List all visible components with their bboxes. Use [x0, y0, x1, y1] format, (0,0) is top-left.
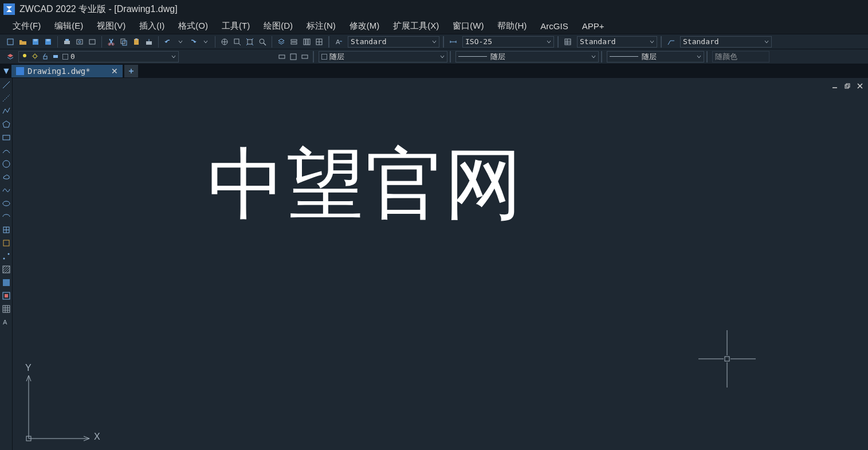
match-icon[interactable]	[143, 36, 155, 48]
svg-point-29	[23, 54, 26, 57]
layers-icon[interactable]	[276, 36, 287, 48]
table-style-dropdown[interactable]: Standard	[577, 36, 657, 48]
save-icon[interactable]	[30, 36, 41, 48]
zoom-extents-icon[interactable]	[244, 36, 256, 48]
zoom-icon[interactable]	[231, 36, 243, 48]
chevron-down-icon	[761, 40, 769, 44]
cut-icon[interactable]	[105, 36, 117, 48]
layer-iso-icon[interactable]	[276, 51, 288, 62]
mtext-icon[interactable]: A	[1, 316, 12, 328]
ellipse-icon[interactable]	[1, 198, 12, 209]
make-block-icon[interactable]	[1, 237, 12, 249]
svg-point-30	[33, 54, 37, 58]
menu-window[interactable]: 窗口(W)	[446, 19, 490, 33]
line-icon[interactable]	[1, 79, 12, 91]
gradient-icon[interactable]	[1, 277, 12, 288]
tab-add-button[interactable]	[124, 65, 138, 77]
arc-icon[interactable]	[1, 145, 12, 156]
svg-rect-9	[89, 40, 95, 44]
svg-rect-36	[3, 135, 10, 140]
layer-dropdown[interactable]: 0	[18, 51, 179, 62]
revcloud-icon[interactable]	[1, 171, 12, 183]
text-style-icon[interactable]: A	[333, 36, 344, 48]
color-swatch	[321, 54, 327, 60]
table-style-icon[interactable]	[562, 36, 574, 48]
menu-edit[interactable]: 编辑(E)	[48, 19, 90, 33]
rectangle-icon[interactable]	[1, 132, 12, 143]
spline-icon[interactable]	[1, 185, 12, 196]
circle-icon[interactable]	[1, 158, 12, 170]
mleader-style-value: Standard	[683, 37, 719, 46]
text-style-dropdown[interactable]: Standard	[348, 36, 439, 48]
svg-point-41	[3, 258, 5, 260]
zoom-window-icon[interactable]	[257, 36, 268, 48]
print-icon[interactable]	[61, 36, 73, 48]
svg-rect-47	[3, 306, 10, 312]
layer-name: 0	[70, 52, 75, 61]
layers3-icon[interactable]	[301, 36, 312, 48]
menu-modify[interactable]: 修改(M)	[343, 19, 387, 33]
menu-format[interactable]: 格式(O)	[171, 19, 215, 33]
plotstyle-dropdown[interactable]: 随颜色	[712, 51, 769, 62]
menu-help[interactable]: 帮助(H)	[490, 19, 533, 33]
x-axis-label: X	[94, 432, 100, 442]
restore-icon[interactable]	[844, 83, 851, 89]
svg-point-42	[8, 253, 10, 255]
saveas-icon[interactable]	[42, 36, 54, 48]
publish-icon[interactable]	[87, 36, 98, 48]
paste-icon[interactable]	[131, 36, 142, 48]
linetype-dropdown[interactable]: 随层	[455, 51, 599, 62]
minimize-icon[interactable]	[831, 83, 838, 89]
menu-tools[interactable]: 工具(T)	[215, 19, 257, 33]
document-tab[interactable]: Drawing1.dwg* ✕	[11, 65, 123, 77]
close-icon[interactable]	[857, 83, 863, 89]
svg-point-8	[78, 41, 81, 43]
color-dropdown[interactable]: 随层	[319, 51, 447, 62]
layers2-icon[interactable]	[288, 36, 300, 48]
redo-icon[interactable]	[187, 36, 199, 48]
undo-dropdown-icon[interactable]	[175, 36, 186, 48]
layer-manager-icon[interactable]	[5, 51, 16, 62]
lightbulb-icon	[21, 53, 29, 61]
menu-app[interactable]: APP+	[575, 19, 611, 33]
drawing-canvas[interactable]: 中望官网 Y X	[13, 78, 868, 450]
dim-style-dropdown[interactable]: ISO-25	[462, 36, 554, 48]
menu-draw[interactable]: 绘图(D)	[257, 19, 300, 33]
mleader-style-icon[interactable]	[665, 36, 677, 48]
region-icon[interactable]	[1, 290, 12, 302]
dim-style-icon[interactable]	[447, 36, 459, 48]
menu-extend[interactable]: 扩展工具(X)	[386, 19, 446, 33]
ellipse-arc-icon[interactable]	[1, 211, 12, 222]
layers4-icon[interactable]	[313, 36, 325, 48]
drawing-text-object[interactable]: 中望官网	[207, 132, 524, 237]
construction-line-icon[interactable]	[1, 92, 12, 104]
tab-dropdown-icon[interactable]: ▼	[1, 66, 11, 76]
tab-close-icon[interactable]: ✕	[111, 66, 118, 76]
table-icon[interactable]	[1, 303, 12, 315]
svg-rect-33	[279, 55, 285, 58]
chevron-down-icon	[437, 54, 445, 59]
redo-dropdown-icon[interactable]	[200, 36, 211, 48]
undo-icon[interactable]	[162, 36, 174, 48]
pan-icon[interactable]	[219, 36, 230, 48]
insert-block-icon[interactable]	[1, 224, 12, 236]
copy-icon[interactable]	[118, 36, 129, 48]
preview-icon[interactable]	[74, 36, 85, 48]
polygon-icon[interactable]	[1, 119, 12, 130]
layer-off-icon[interactable]	[288, 51, 299, 62]
new-icon[interactable]	[5, 36, 16, 48]
point-icon[interactable]	[1, 251, 12, 262]
polyline-icon[interactable]	[1, 105, 12, 117]
ucs-icon: Y X	[21, 364, 101, 444]
menu-annotate[interactable]: 标注(N)	[300, 19, 343, 33]
svg-point-37	[3, 161, 10, 167]
layer-on-icon[interactable]	[299, 51, 311, 62]
lineweight-dropdown[interactable]: 随层	[607, 51, 704, 62]
mleader-style-dropdown[interactable]: Standard	[680, 36, 772, 48]
menu-file[interactable]: 文件(F)	[6, 19, 48, 33]
hatch-icon[interactable]	[1, 264, 12, 275]
menu-view[interactable]: 视图(V)	[90, 19, 132, 33]
open-icon[interactable]	[17, 36, 29, 48]
menu-arcgis[interactable]: ArcGIS	[533, 19, 575, 33]
menu-insert[interactable]: 插入(I)	[132, 19, 171, 33]
